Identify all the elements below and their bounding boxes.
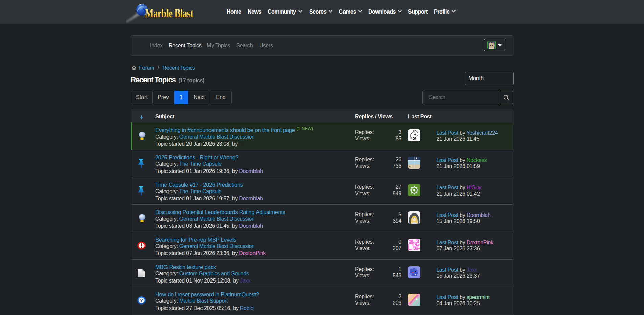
svg-text:?: ? xyxy=(140,297,143,303)
